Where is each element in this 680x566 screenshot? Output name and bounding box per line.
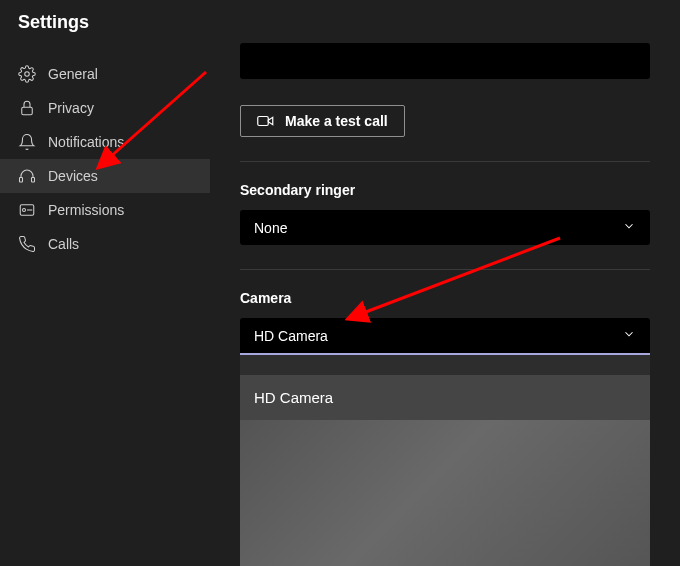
- sidebar-item-permissions[interactable]: Permissions: [0, 193, 210, 227]
- camera-option-hd[interactable]: HD Camera: [240, 375, 650, 420]
- svg-point-5: [23, 209, 26, 212]
- sidebar-item-label: General: [48, 66, 98, 82]
- svg-rect-1: [22, 107, 33, 115]
- camera-dropdown[interactable]: HD Camera: [240, 318, 650, 355]
- video-call-icon: [257, 113, 275, 129]
- chevron-down-icon: [622, 327, 636, 344]
- dropdown-panel-top: [240, 355, 650, 375]
- sidebar-item-privacy[interactable]: Privacy: [0, 91, 210, 125]
- key-icon: [18, 201, 36, 219]
- sidebar-item-label: Devices: [48, 168, 98, 184]
- sidebar-item-notifications[interactable]: Notifications: [0, 125, 210, 159]
- chevron-down-icon: [622, 219, 636, 236]
- dropdown-value: HD Camera: [254, 328, 328, 344]
- speaker-dropdown-placeholder[interactable]: [240, 43, 650, 79]
- main-content: Make a test call Secondary ringer None C…: [210, 39, 680, 566]
- lock-icon: [18, 99, 36, 117]
- sidebar: General Privacy Notifications Devices: [0, 39, 210, 566]
- settings-header: Settings: [0, 0, 680, 39]
- option-label: HD Camera: [254, 389, 333, 406]
- secondary-ringer-label: Secondary ringer: [240, 182, 650, 198]
- sidebar-item-label: Notifications: [48, 134, 124, 150]
- gear-icon: [18, 65, 36, 83]
- bell-icon: [18, 133, 36, 151]
- secondary-ringer-dropdown[interactable]: None: [240, 210, 650, 245]
- svg-point-0: [25, 72, 30, 77]
- svg-rect-2: [20, 178, 23, 183]
- page-title: Settings: [18, 12, 662, 33]
- sidebar-item-general[interactable]: General: [0, 57, 210, 91]
- camera-label: Camera: [240, 290, 650, 306]
- svg-rect-3: [32, 178, 35, 183]
- divider: [240, 161, 650, 162]
- sidebar-item-calls[interactable]: Calls: [0, 227, 210, 261]
- sidebar-item-label: Permissions: [48, 202, 124, 218]
- phone-icon: [18, 235, 36, 253]
- svg-rect-6: [258, 117, 269, 126]
- button-label: Make a test call: [285, 113, 388, 129]
- headset-icon: [18, 167, 36, 185]
- make-test-call-button[interactable]: Make a test call: [240, 105, 405, 137]
- divider: [240, 269, 650, 270]
- sidebar-item-label: Calls: [48, 236, 79, 252]
- camera-preview: [240, 420, 650, 566]
- sidebar-item-label: Privacy: [48, 100, 94, 116]
- sidebar-item-devices[interactable]: Devices: [0, 159, 210, 193]
- dropdown-value: None: [254, 220, 287, 236]
